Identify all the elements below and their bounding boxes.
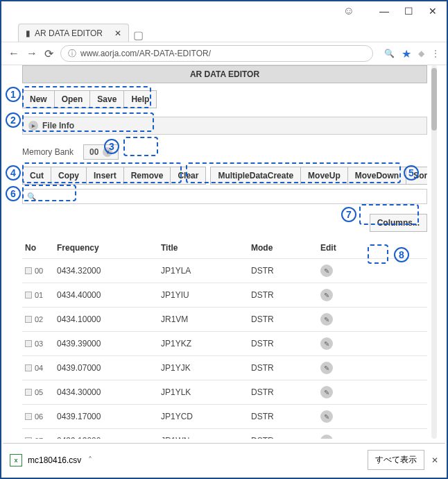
col-title[interactable]: Title [161, 243, 251, 253]
row-checkbox[interactable]: 00 [25, 267, 57, 275]
edit-row-button[interactable]: ✎ [320, 289, 333, 301]
memory-bank-row: Memory Bank 00 ▾ [22, 144, 427, 160]
clear-button[interactable]: Clear [171, 167, 206, 185]
table-row[interactable]: 050434.30000JP1YLKDSTR✎ [22, 380, 427, 405]
cell-frequency: 0439.07000 [57, 363, 161, 373]
cell-frequency: 0434.32000 [57, 266, 161, 276]
forward-icon[interactable]: → [26, 47, 37, 60]
table-row[interactable]: 040439.07000JP1YJKDSTR✎ [22, 356, 427, 380]
back-icon[interactable]: ← [8, 47, 19, 60]
movedown-button[interactable]: MoveDown [348, 167, 406, 185]
row-checkbox[interactable]: 01 [25, 291, 57, 299]
tab-close-icon[interactable]: ✕ [114, 28, 121, 38]
cell-title: JR1WN [161, 436, 251, 439]
row-checkbox[interactable]: 05 [25, 388, 57, 396]
drive-icon[interactable]: ◆ [418, 49, 424, 58]
cell-mode: DSTR [251, 436, 320, 439]
table-row[interactable]: 030439.39000JP1YKZDSTR✎ [22, 332, 427, 356]
download-chevron-icon[interactable]: ˄ [88, 455, 92, 465]
browser-tabbar: ▮ AR DATA EDITOR ✕ ▢ [1, 21, 447, 42]
remove-button[interactable]: Remove [124, 167, 171, 185]
reload-icon[interactable]: ⟳ [44, 47, 53, 60]
download-file[interactable]: x mc180416.csv [10, 454, 81, 467]
minimize-button[interactable]: — [379, 6, 389, 17]
search-input[interactable] [40, 192, 422, 201]
show-all-button[interactable]: すべて表示 [368, 450, 424, 470]
sort-button[interactable]: Sort [406, 167, 427, 185]
row-checkbox[interactable]: 03 [25, 339, 57, 348]
scrollbar-thumb[interactable] [431, 68, 437, 131]
help-button[interactable]: Help [124, 90, 157, 108]
save-button[interactable]: Save [90, 90, 124, 108]
close-window-button[interactable]: ✕ [429, 6, 437, 17]
edit-row-button[interactable]: ✎ [320, 337, 333, 350]
cell-title: JP1YCD [161, 412, 251, 421]
memory-bank-label: Memory Bank [22, 147, 74, 157]
app-header: AR DATA EDITOR [22, 65, 427, 83]
menu-icon[interactable]: ⋮ [431, 49, 440, 58]
row-checkbox[interactable]: 06 [25, 412, 57, 421]
cell-title: JR1VM [161, 314, 251, 324]
main-toolbar: New Open Save Help [22, 90, 427, 108]
table-header: No Frequency Title Mode Edit [22, 237, 427, 259]
table-row[interactable]: 060439.17000JP1YCDDSTR✎ [22, 405, 427, 429]
cell-mode: DSTR [251, 339, 320, 348]
edit-row-button[interactable]: ✎ [320, 435, 333, 439]
expand-icon[interactable]: ▸ [28, 121, 38, 131]
row-checkbox[interactable]: 04 [25, 364, 57, 372]
edit-row-button[interactable]: ✎ [320, 386, 333, 398]
cell-mode: DSTR [251, 412, 320, 421]
new-button[interactable]: New [22, 90, 55, 108]
cell-frequency: 0439.13000 [57, 436, 161, 439]
cut-button[interactable]: Cut [22, 167, 51, 185]
page-scrollbar[interactable] [431, 65, 437, 439]
memory-bank-select[interactable]: 00 ▾ [83, 144, 119, 160]
table-row[interactable]: 070439.13000JR1WNDSTR✎ [22, 429, 427, 439]
multiple-data-create-button[interactable]: MultipleDataCreate [210, 167, 301, 185]
row-checkbox[interactable]: 07 [25, 437, 57, 439]
edit-row-button[interactable]: ✎ [320, 264, 333, 277]
download-filename: mc180416.csv [28, 455, 81, 465]
url-field[interactable]: ⓘ www.aorja.com/AR-DATA-EDITOR/ [60, 45, 373, 62]
table-row[interactable]: 000434.32000JP1YLADSTR✎ [22, 259, 427, 283]
cell-title: JP1YLK [161, 387, 251, 397]
row-checkbox[interactable]: 02 [25, 315, 57, 323]
memory-bank-value: 00 [89, 147, 98, 157]
search-icon: 🔍 [27, 192, 37, 201]
chevron-down-icon: ▾ [103, 147, 112, 157]
col-no[interactable]: No [25, 243, 57, 253]
cell-title: JP1YKZ [161, 339, 251, 348]
info-icon: ⓘ [68, 48, 76, 60]
edit-row-button[interactable]: ✎ [320, 362, 333, 374]
zoom-icon[interactable]: 🔍 [384, 49, 395, 58]
cell-title: JP1YJK [161, 363, 251, 373]
close-download-bar-icon[interactable]: ✕ [431, 455, 438, 465]
new-tab-icon[interactable]: ▢ [133, 28, 144, 42]
cell-mode: DSTR [251, 266, 320, 276]
bookmark-star-icon[interactable]: ★ [402, 47, 411, 60]
columns-button[interactable]: Columns... [370, 214, 427, 232]
edit-row-button[interactable]: ✎ [320, 313, 333, 326]
cell-frequency: 0434.40000 [57, 290, 161, 300]
edit-row-button[interactable]: ✎ [320, 410, 333, 423]
annotation-1: 1 [6, 87, 21, 102]
cell-frequency: 0439.17000 [57, 412, 161, 421]
table-row[interactable]: 020434.10000JR1VMDSTR✎ [22, 308, 427, 332]
col-mode[interactable]: Mode [251, 243, 320, 253]
insert-button[interactable]: Insert [87, 167, 124, 185]
cell-title: JP1YLA [161, 266, 251, 276]
maximize-button[interactable]: ☐ [404, 6, 413, 17]
annotation-4: 4 [6, 165, 21, 180]
browser-tab[interactable]: ▮ AR DATA EDITOR ✕ [18, 24, 129, 42]
edit-toolbar: Cut Copy Insert Remove Clear MultipleDat… [22, 167, 427, 185]
table-row[interactable]: 010434.40000JP1YIUDSTR✎ [22, 283, 427, 308]
copy-button[interactable]: Copy [51, 167, 87, 185]
search-row: 🔍 [22, 189, 427, 204]
open-button[interactable]: Open [55, 90, 91, 108]
col-frequency[interactable]: Frequency [57, 243, 161, 253]
app-title: AR DATA EDITOR [190, 69, 259, 79]
file-info-panel[interactable]: ▸ File Info [22, 117, 427, 135]
user-icon[interactable]: ☺ [343, 5, 354, 17]
moveup-button[interactable]: MoveUp [301, 167, 348, 185]
window-titlebar: ☺ — ☐ ✕ [1, 1, 447, 21]
